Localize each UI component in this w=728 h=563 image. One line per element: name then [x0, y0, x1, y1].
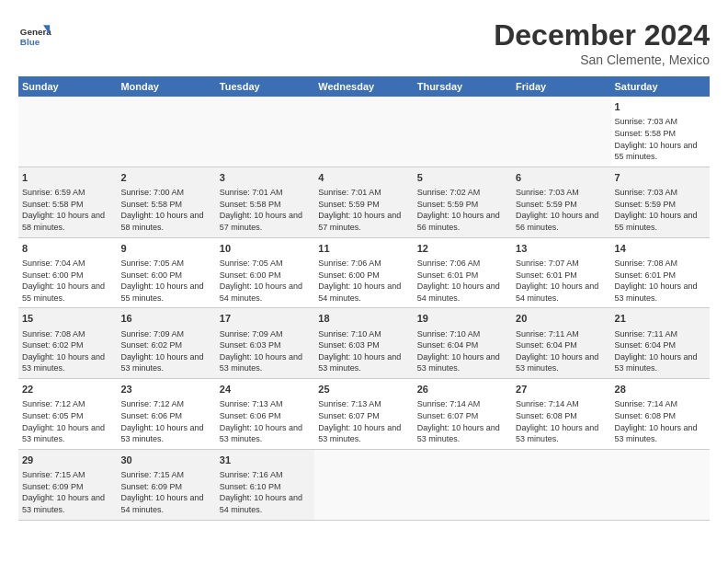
calendar-cell: 19Sunrise: 7:10 AMSunset: 6:04 PMDayligh…	[414, 308, 512, 379]
day-header-wednesday: Wednesday	[314, 76, 413, 97]
calendar-cell: 4Sunrise: 7:01 AMSunset: 5:59 PMDaylight…	[314, 167, 413, 237]
calendar-cell: 20Sunrise: 7:11 AMSunset: 6:04 PMDayligh…	[512, 308, 610, 379]
calendar-table: SundayMondayTuesdayWednesdayThursdayFrid…	[18, 76, 710, 521]
day-number: 30	[120, 454, 211, 467]
calendar-cell: 25Sunrise: 7:13 AMSunset: 6:07 PMDayligh…	[314, 379, 413, 450]
day-header-friday: Friday	[512, 76, 610, 97]
calendar-cell	[414, 97, 512, 167]
calendar-cell: 1Sunrise: 6:59 AMSunset: 5:58 PMDaylight…	[18, 167, 117, 237]
calendar-cell: 17Sunrise: 7:09 AMSunset: 6:03 PMDayligh…	[216, 308, 314, 379]
week-row-5: 22Sunrise: 7:12 AMSunset: 6:05 PMDayligh…	[18, 379, 710, 450]
day-header-thursday: Thursday	[414, 76, 512, 97]
calendar-cell	[314, 449, 413, 520]
day-number: 1	[615, 100, 706, 114]
week-row-4: 15Sunrise: 7:08 AMSunset: 6:02 PMDayligh…	[18, 308, 710, 379]
day-number: 26	[417, 383, 508, 396]
location-subtitle: San Clemente, Mexico	[494, 52, 710, 67]
calendar-cell: 10Sunrise: 7:05 AMSunset: 6:00 PMDayligh…	[216, 237, 314, 308]
day-header-monday: Monday	[117, 76, 215, 97]
calendar-cell: 27Sunrise: 7:14 AMSunset: 6:08 PMDayligh…	[512, 379, 610, 450]
calendar-cell: 26Sunrise: 7:14 AMSunset: 6:07 PMDayligh…	[414, 379, 512, 450]
day-number: 25	[318, 383, 409, 396]
calendar-cell: 9Sunrise: 7:05 AMSunset: 6:00 PMDaylight…	[117, 237, 215, 308]
day-number: 16	[120, 312, 211, 326]
calendar-cell: 30Sunrise: 7:15 AMSunset: 6:09 PMDayligh…	[117, 449, 215, 520]
day-number: 2	[120, 171, 211, 185]
calendar-cell	[117, 97, 215, 167]
calendar-cell: 14Sunrise: 7:08 AMSunset: 6:01 PMDayligh…	[611, 237, 710, 308]
calendar-cell: 15Sunrise: 7:08 AMSunset: 6:02 PMDayligh…	[18, 308, 117, 379]
day-number: 19	[417, 312, 508, 326]
calendar-cell: 8Sunrise: 7:04 AMSunset: 6:00 PMDaylight…	[18, 237, 117, 308]
day-number: 8	[22, 242, 113, 256]
day-number: 21	[615, 312, 706, 326]
day-number: 24	[220, 383, 311, 396]
week-row-3: 8Sunrise: 7:04 AMSunset: 6:00 PMDaylight…	[18, 237, 710, 308]
calendar-cell	[216, 97, 314, 167]
day-number: 31	[220, 454, 311, 467]
calendar-cell	[414, 449, 512, 520]
calendar-cell	[512, 449, 610, 520]
header: General Blue December 2024 San Clemente,…	[18, 18, 710, 67]
logo: General Blue	[18, 18, 51, 52]
day-number: 23	[120, 383, 211, 396]
calendar-cell: 22Sunrise: 7:12 AMSunset: 6:05 PMDayligh…	[18, 379, 117, 450]
calendar-cell: 24Sunrise: 7:13 AMSunset: 6:06 PMDayligh…	[216, 379, 314, 450]
calendar-cell: 6Sunrise: 7:03 AMSunset: 5:59 PMDaylight…	[512, 167, 610, 237]
calendar-cell	[611, 449, 710, 520]
page: General Blue December 2024 San Clemente,…	[0, 0, 728, 530]
week-row-1: 1Sunrise: 7:03 AMSunset: 5:58 PMDaylight…	[18, 97, 710, 167]
day-number: 12	[417, 242, 508, 256]
day-number: 18	[318, 312, 409, 326]
day-number: 20	[516, 312, 607, 326]
calendar-cell: 18Sunrise: 7:10 AMSunset: 6:03 PMDayligh…	[314, 308, 413, 379]
day-header-saturday: Saturday	[611, 76, 710, 97]
calendar-cell	[512, 97, 610, 167]
day-number: 27	[516, 383, 607, 396]
day-number: 9	[120, 242, 211, 256]
calendar-cell	[18, 97, 117, 167]
calendar-cell: 7Sunrise: 7:03 AMSunset: 5:59 PMDaylight…	[611, 167, 710, 237]
calendar-cell: 2Sunrise: 7:00 AMSunset: 5:58 PMDaylight…	[117, 167, 215, 237]
calendar-cell: 28Sunrise: 7:14 AMSunset: 6:08 PMDayligh…	[611, 379, 710, 450]
day-number: 7	[615, 171, 706, 185]
day-number: 10	[220, 242, 311, 256]
calendar-cell: 13Sunrise: 7:07 AMSunset: 6:01 PMDayligh…	[512, 237, 610, 308]
calendar-cell	[314, 97, 413, 167]
calendar-cell: 5Sunrise: 7:02 AMSunset: 5:59 PMDaylight…	[414, 167, 512, 237]
month-title: December 2024	[494, 18, 710, 52]
day-number: 3	[220, 171, 311, 185]
day-number: 11	[318, 242, 409, 256]
title-block: December 2024 San Clemente, Mexico	[494, 18, 710, 67]
day-number: 4	[318, 171, 409, 185]
svg-text:Blue: Blue	[20, 37, 40, 47]
calendar-cell: 16Sunrise: 7:09 AMSunset: 6:02 PMDayligh…	[117, 308, 215, 379]
day-number: 15	[22, 312, 113, 326]
day-number: 6	[516, 171, 607, 185]
day-number: 5	[417, 171, 508, 185]
calendar-cell: 31Sunrise: 7:16 AMSunset: 6:10 PMDayligh…	[216, 449, 314, 520]
calendar-cell: 29Sunrise: 7:15 AMSunset: 6:09 PMDayligh…	[18, 449, 117, 520]
day-number: 13	[516, 242, 607, 256]
day-number: 1	[22, 171, 113, 185]
day-number: 17	[220, 312, 311, 326]
calendar-cell: 12Sunrise: 7:06 AMSunset: 6:01 PMDayligh…	[414, 237, 512, 308]
day-number: 22	[22, 383, 113, 396]
calendar-cell: 1Sunrise: 7:03 AMSunset: 5:58 PMDaylight…	[611, 97, 710, 167]
day-header-sunday: Sunday	[18, 76, 117, 97]
calendar-cell: 11Sunrise: 7:06 AMSunset: 6:00 PMDayligh…	[314, 237, 413, 308]
days-header-row: SundayMondayTuesdayWednesdayThursdayFrid…	[18, 76, 710, 97]
day-header-tuesday: Tuesday	[216, 76, 314, 97]
day-number: 29	[22, 454, 113, 467]
calendar-cell: 21Sunrise: 7:11 AMSunset: 6:04 PMDayligh…	[611, 308, 710, 379]
week-row-6: 29Sunrise: 7:15 AMSunset: 6:09 PMDayligh…	[18, 449, 710, 520]
calendar-cell: 3Sunrise: 7:01 AMSunset: 5:58 PMDaylight…	[216, 167, 314, 237]
calendar-cell: 23Sunrise: 7:12 AMSunset: 6:06 PMDayligh…	[117, 379, 215, 450]
week-row-2: 1Sunrise: 6:59 AMSunset: 5:58 PMDaylight…	[18, 167, 710, 237]
generalblue-logo-icon: General Blue	[18, 18, 51, 52]
day-number: 14	[615, 242, 706, 256]
day-number: 28	[615, 383, 706, 396]
